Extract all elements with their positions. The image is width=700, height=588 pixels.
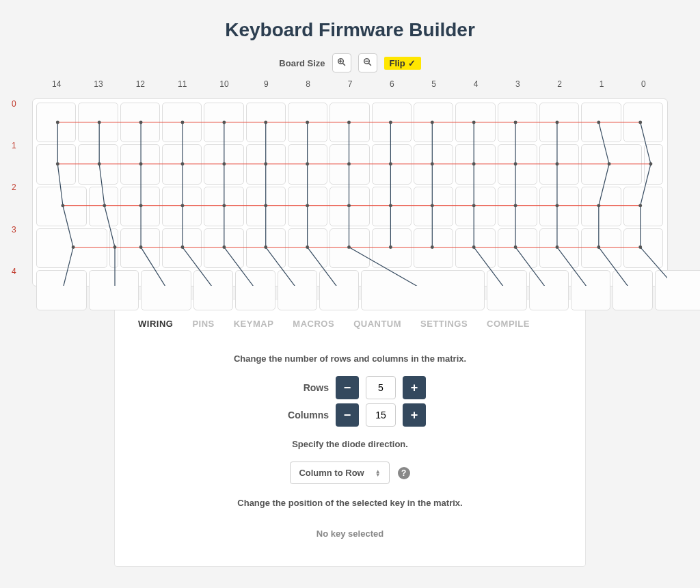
flip-toggle[interactable]: Flip ✓ — [384, 57, 421, 70]
key[interactable] — [89, 270, 139, 310]
key[interactable] — [120, 144, 160, 184]
column-labels: 14131211109876543210 — [32, 79, 668, 93]
row-label: 0 — [12, 99, 16, 109]
key[interactable] — [455, 103, 495, 142]
columns-decrement-button[interactable]: − — [336, 403, 359, 427]
column-label: 5 — [431, 79, 436, 89]
key[interactable] — [193, 270, 233, 310]
key[interactable] — [329, 103, 369, 142]
tab-pins[interactable]: PINS — [192, 319, 214, 329]
key[interactable] — [498, 187, 537, 226]
key[interactable] — [498, 228, 537, 268]
key[interactable] — [655, 270, 700, 310]
tab-quantum[interactable]: QUANTUM — [353, 319, 401, 329]
key[interactable] — [246, 187, 286, 226]
key[interactable] — [204, 103, 243, 142]
key[interactable] — [204, 144, 243, 184]
key[interactable] — [288, 103, 327, 142]
key[interactable] — [36, 187, 87, 226]
key[interactable] — [529, 270, 569, 310]
key[interactable] — [36, 144, 76, 184]
key[interactable] — [120, 228, 160, 268]
key[interactable] — [162, 144, 202, 184]
key[interactable] — [581, 103, 621, 142]
key[interactable] — [36, 270, 87, 310]
key[interactable] — [498, 103, 537, 142]
key[interactable] — [623, 103, 663, 142]
key[interactable] — [581, 187, 621, 226]
columns-increment-button[interactable]: + — [403, 403, 426, 427]
key[interactable] — [571, 270, 610, 310]
tab-settings[interactable]: SETTINGS — [420, 319, 468, 329]
rows-input[interactable] — [366, 376, 396, 399]
key[interactable] — [414, 187, 453, 226]
key[interactable] — [288, 144, 327, 184]
key[interactable] — [36, 228, 107, 268]
zoom-in-button[interactable] — [332, 53, 351, 72]
key[interactable] — [329, 144, 369, 184]
rows-label: Rows — [274, 382, 329, 393]
matrix-help-text: Change the number of rows and columns in… — [131, 353, 569, 364]
key[interactable] — [498, 144, 537, 184]
key[interactable] — [204, 187, 243, 226]
key[interactable] — [120, 103, 160, 142]
zoom-out-button[interactable] — [358, 53, 377, 72]
key[interactable] — [539, 103, 579, 142]
key[interactable] — [204, 228, 243, 268]
key[interactable] — [372, 187, 412, 226]
tab-wiring[interactable]: WIRING — [138, 319, 173, 329]
key[interactable] — [109, 228, 118, 268]
key[interactable] — [246, 144, 286, 184]
key[interactable] — [319, 270, 359, 310]
key[interactable] — [372, 144, 412, 184]
key[interactable] — [162, 228, 202, 268]
key[interactable] — [288, 187, 327, 226]
key[interactable] — [612, 270, 652, 310]
key[interactable] — [36, 103, 76, 142]
key[interactable] — [235, 270, 275, 310]
key[interactable] — [539, 187, 579, 226]
key[interactable] — [414, 144, 453, 184]
key[interactable] — [581, 144, 642, 184]
column-label: 2 — [557, 79, 562, 89]
help-icon[interactable]: ? — [398, 467, 410, 479]
key[interactable] — [246, 228, 286, 268]
columns-input[interactable] — [366, 403, 396, 427]
key[interactable] — [162, 187, 202, 226]
tab-macros[interactable]: MACROS — [293, 319, 334, 329]
key[interactable] — [329, 228, 369, 268]
tab-keymap[interactable]: KEYMAP — [234, 319, 274, 329]
key[interactable] — [329, 187, 369, 226]
tab-compile[interactable]: COMPILE — [487, 319, 530, 329]
key[interactable] — [581, 228, 621, 268]
key[interactable] — [120, 187, 160, 226]
row-label: 3 — [12, 225, 16, 235]
key[interactable] — [372, 228, 412, 268]
key[interactable] — [623, 187, 663, 226]
key[interactable] — [414, 228, 453, 268]
key[interactable] — [414, 103, 453, 142]
key[interactable] — [455, 187, 495, 226]
keyboard-board[interactable] — [32, 98, 668, 286]
rows-increment-button[interactable]: + — [403, 376, 426, 399]
key[interactable] — [539, 144, 579, 184]
key[interactable] — [141, 270, 191, 310]
key[interactable] — [78, 103, 118, 142]
key[interactable] — [162, 103, 202, 142]
key[interactable] — [78, 144, 118, 184]
key[interactable] — [288, 228, 327, 268]
key[interactable] — [372, 103, 412, 142]
key[interactable] — [487, 270, 526, 310]
rows-decrement-button[interactable]: − — [336, 376, 359, 399]
key[interactable] — [623, 228, 663, 268]
key[interactable] — [455, 228, 495, 268]
key[interactable] — [278, 270, 317, 310]
key[interactable] — [361, 270, 485, 310]
column-label: 9 — [264, 79, 269, 89]
key[interactable] — [89, 187, 118, 226]
diode-direction-select[interactable]: Column to Row ▲▼ — [290, 462, 389, 484]
key[interactable] — [644, 144, 663, 184]
key[interactable] — [455, 144, 495, 184]
key[interactable] — [246, 103, 286, 142]
key[interactable] — [539, 228, 579, 268]
